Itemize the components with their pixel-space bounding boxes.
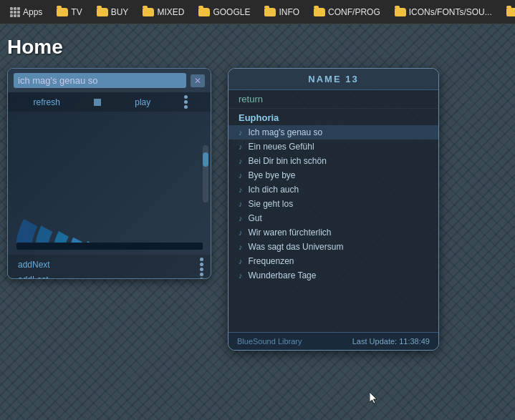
track-title: Bei Dir bin ich schön <box>249 156 327 166</box>
track-title: Ein neues Gefühl <box>249 142 314 152</box>
taskbar-label-confprog: CONF/PROG <box>328 7 380 17</box>
controls-row: refresh play <box>8 92 211 112</box>
arch-visual <box>8 112 211 255</box>
track-row[interactable]: ♪Gut <box>228 211 438 225</box>
update-label: Last Update: <box>352 337 399 346</box>
music-note-icon: ♪ <box>239 200 243 208</box>
taskbar-item-mixed[interactable]: MIXED <box>137 6 190 19</box>
folder-icon-icons <box>395 8 406 16</box>
music-note-icon: ♪ <box>239 185 243 194</box>
music-note-icon: ♪ <box>239 228 243 237</box>
svg-rect-6 <box>16 243 203 250</box>
addlast-button[interactable]: addLast <box>15 273 52 280</box>
artist-name: Euphoria <box>228 109 438 125</box>
music-note-icon: ♪ <box>239 271 243 280</box>
track-list: ♪Ich mag's genau so♪Ein neues Gefühl♪Bei… <box>228 125 438 283</box>
more-dots[interactable] <box>184 95 188 109</box>
taskbar-item-apps[interactable]: Apps <box>4 6 48 19</box>
arch-svg <box>16 117 203 250</box>
folder-icon-tv <box>57 8 68 16</box>
folder-icon-buy <box>97 8 108 16</box>
add-controls: addNext addLast <box>8 255 211 279</box>
play-button[interactable]: play <box>132 96 153 109</box>
search-input[interactable] <box>14 73 186 88</box>
track-row[interactable]: ♪Wunderbare Tage <box>228 268 438 283</box>
taskbar-item-tv[interactable]: TV <box>51 6 87 19</box>
track-title: Gut <box>249 213 262 223</box>
folder-icon-confprog <box>314 8 325 16</box>
taskbar-item-buy[interactable]: BUY <box>91 6 135 19</box>
scrollbar[interactable] <box>203 145 208 202</box>
taskbar-item-confprog[interactable]: CONF/PROG <box>308 6 386 19</box>
taskbar-item-3d[interactable]: 3D <box>501 6 515 19</box>
left-widget: ✕ refresh play addNext <box>7 68 211 279</box>
taskbar: Apps TV BUY MIXED GOOGLE INFO CONF/PROG … <box>0 0 515 24</box>
folder-icon-info <box>264 8 276 16</box>
left-widget-header: ✕ <box>8 69 211 92</box>
taskbar-label-buy: BUY <box>111 7 129 17</box>
track-row[interactable]: ♪Ich mag's genau so <box>228 125 438 140</box>
mouse-cursor <box>370 392 378 405</box>
music-note-icon: ♪ <box>239 157 243 165</box>
taskbar-label-mixed: MIXED <box>157 7 184 17</box>
track-row[interactable]: ♪Sie geht los <box>228 197 438 211</box>
grid-icon <box>10 7 20 17</box>
taskbar-item-icons[interactable]: ICONs/FONTs/SOU... <box>389 6 498 19</box>
taskbar-label-tv: TV <box>71 7 82 17</box>
music-note-icon: ♪ <box>239 243 243 251</box>
library-label: BlueSound Library <box>237 337 302 346</box>
taskbar-label-google: GOOGLE <box>213 7 250 17</box>
music-note-icon: ♪ <box>239 214 243 223</box>
right-widget-header: NAME 13 <box>228 69 438 90</box>
widget-footer: BlueSound Library Last Update: 11:38:49 <box>228 332 438 350</box>
clear-button[interactable]: ✕ <box>191 74 205 87</box>
track-row[interactable]: ♪Bye bye bye <box>228 168 438 182</box>
folder-icon-google <box>198 8 210 16</box>
taskbar-item-info[interactable]: INFO <box>259 6 305 19</box>
right-widget: NAME 13 return Euphoria ♪Ich mag's genau… <box>228 68 439 351</box>
addnext-dots[interactable] <box>200 258 203 271</box>
track-title: Ich dich auch <box>249 185 299 195</box>
music-note-icon: ♪ <box>239 128 243 137</box>
svg-marker-7 <box>370 392 377 404</box>
stop-button[interactable] <box>94 99 101 106</box>
folder-icon-mixed <box>143 8 154 16</box>
addnext-button[interactable]: addNext <box>15 258 53 271</box>
taskbar-label-apps: Apps <box>23 7 42 17</box>
folder-icon-3d <box>506 8 515 16</box>
track-title: Wir waren fürchterlich <box>249 228 332 238</box>
track-row[interactable]: ♪Was sagt das Universum <box>228 240 438 254</box>
scrollbar-thumb <box>203 152 208 167</box>
taskbar-item-google[interactable]: GOOGLE <box>193 6 256 19</box>
track-title: Was sagt das Universum <box>249 242 344 252</box>
addlast-dots[interactable] <box>200 273 203 279</box>
refresh-button[interactable]: refresh <box>31 96 63 109</box>
track-title: Sie geht los <box>249 199 294 209</box>
track-row[interactable]: ♪Ich dich auch <box>228 182 438 197</box>
music-note-icon: ♪ <box>239 142 243 151</box>
page-title: Home <box>7 36 63 59</box>
track-row[interactable]: ♪Frequenzen <box>228 254 438 268</box>
track-title: Bye bye bye <box>249 170 296 180</box>
taskbar-label-icons: ICONs/FONTs/SOU... <box>409 7 492 17</box>
track-title: Wunderbare Tage <box>249 270 317 280</box>
track-row[interactable]: ♪Wir waren fürchterlich <box>228 225 438 240</box>
track-row[interactable]: ♪Bei Dir bin ich schön <box>228 154 438 168</box>
return-button[interactable]: return <box>228 90 438 109</box>
last-update: Last Update: 11:38:49 <box>352 337 430 346</box>
update-time: 11:38:49 <box>399 337 430 346</box>
music-note-icon: ♪ <box>239 171 243 180</box>
music-note-icon: ♪ <box>239 257 243 265</box>
taskbar-label-info: INFO <box>279 7 299 17</box>
track-title: Ich mag's genau so <box>249 127 323 137</box>
track-title: Frequenzen <box>249 256 294 266</box>
track-row[interactable]: ♪Ein neues Gefühl <box>228 140 438 154</box>
